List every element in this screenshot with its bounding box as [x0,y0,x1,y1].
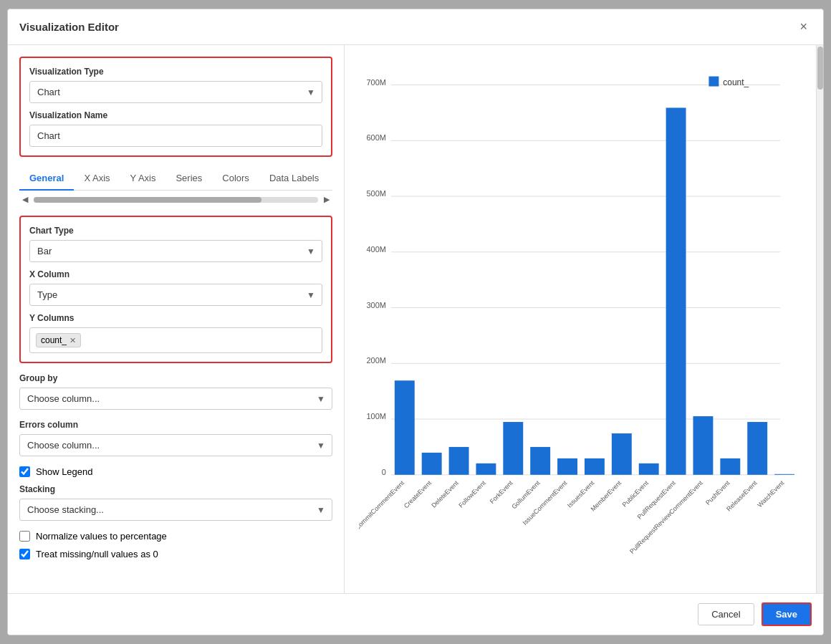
x-column-select-wrapper: Type ▼ [29,284,322,306]
svg-text:CreateEvent: CreateEvent [403,479,433,510]
svg-rect-22 [557,458,577,475]
normalize-checkbox[interactable] [19,531,30,542]
chart-type-select-wrapper: Bar ▼ [29,240,322,262]
show-legend-label: Show Legend [36,466,93,477]
svg-text:CommitCommentEvent: CommitCommentEvent [359,479,406,532]
chart-config-section: Chart Type Bar ▼ X Column Type ▼ [19,216,332,363]
svg-rect-19 [476,463,496,475]
treat-missing-row: Treat missing/null values as 0 [19,549,332,559]
stacking-label: Stacking [19,484,332,494]
group-by-section: Group by Choose column... ▼ [19,373,332,410]
svg-text:WatchEvent: WatchEvent [756,479,785,509]
cancel-button[interactable]: Cancel [698,603,754,625]
viz-type-name-section: Visualization Type Chart ▼ Visualization… [19,57,332,157]
save-button[interactable]: Save [762,602,812,626]
tab-general[interactable]: General [19,167,74,191]
scroll-indicator: ◀ ▶ [19,191,332,208]
normalize-row: Normalize values to percentage [19,531,332,542]
y-column-tag-label: count_ [41,335,67,345]
svg-rect-29 [747,422,767,475]
svg-rect-21 [530,447,550,475]
svg-text:ForkEvent: ForkEvent [489,479,514,505]
errors-column-select[interactable]: Choose column... [19,434,332,456]
tab-colors[interactable]: Colors [212,167,259,191]
svg-rect-28 [720,458,740,475]
modal-footer: Cancel Save [8,593,823,635]
svg-rect-18 [449,447,469,475]
svg-rect-20 [503,422,523,475]
scroll-left-icon[interactable]: ◀ [19,193,31,206]
tab-series[interactable]: Series [165,167,212,191]
chart-type-select[interactable]: Bar [29,240,322,262]
group-by-label: Group by [19,373,332,383]
svg-text:0: 0 [382,468,386,476]
svg-rect-26 [666,107,686,474]
stacking-section: Stacking Choose stacking... ▼ [19,484,332,521]
stacking-select-wrapper: Choose stacking... ▼ [19,499,332,521]
scroll-thumb [34,197,261,203]
treat-missing-label: Treat missing/null values as 0 [36,549,158,559]
errors-column-select-wrapper: Choose column... ▼ [19,434,332,456]
svg-text:300M: 300M [366,301,385,309]
errors-column-section: Errors column Choose column... ▼ [19,420,332,456]
viz-type-select-wrapper: Chart ▼ [29,81,322,103]
visualization-editor-modal: Visualization Editor × Visualization Typ… [7,9,824,635]
svg-rect-30 [774,474,794,475]
svg-text:600M: 600M [366,133,385,142]
viz-name-input[interactable] [29,125,322,147]
tabs-row: General X Axis Y Axis Series Colors Data… [19,167,332,191]
group-by-select[interactable]: Choose column... [19,388,332,410]
viz-name-label: Visualization Name [29,110,322,120]
svg-text:PushEvent: PushEvent [704,479,731,506]
right-panel: 0 100M 200M 300M 400M 500M 600M 700M [345,45,816,593]
svg-rect-25 [639,463,659,475]
errors-column-label: Errors column [19,420,332,430]
legend-label: count_ [723,77,749,87]
svg-rect-24 [612,433,632,475]
bar-chart-svg: 0 100M 200M 300M 400M 500M 600M 700M [359,59,802,579]
left-panel: Visualization Type Chart ▼ Visualization… [8,45,345,593]
svg-rect-16 [395,380,415,475]
chart-type-label: Chart Type [29,226,322,236]
svg-text:IssuesEvent: IssuesEvent [566,479,596,509]
scroll-track [34,197,318,203]
x-column-select[interactable]: Type [29,284,322,306]
modal-header: Visualization Editor × [8,9,823,45]
scrollbar-thumb[interactable] [817,47,823,90]
svg-text:700M: 700M [366,78,385,87]
svg-text:200M: 200M [366,356,385,365]
treat-missing-checkbox[interactable] [19,549,30,559]
svg-text:DeleteEvent: DeleteEvent [430,479,460,509]
svg-text:400M: 400M [366,245,385,254]
svg-text:IssueCommentEvent: IssueCommentEvent [522,479,569,527]
svg-rect-23 [585,458,605,475]
y-columns-area: count_ ✕ [29,327,322,353]
modal-body: Visualization Type Chart ▼ Visualization… [8,45,823,593]
svg-text:PublicEvent: PublicEvent [621,479,650,509]
modal-scrollbar [816,45,823,593]
svg-rect-46 [708,77,719,87]
svg-rect-27 [693,416,713,475]
y-column-tag-remove[interactable]: ✕ [69,336,76,345]
modal-overlay: Visualization Editor × Visualization Typ… [0,0,831,644]
viz-type-label: Visualization Type [29,67,322,77]
group-by-select-wrapper: Choose column... ▼ [19,388,332,410]
viz-type-select[interactable]: Chart [29,81,322,103]
svg-rect-17 [422,453,442,475]
tab-xaxis[interactable]: X Axis [74,167,120,191]
svg-text:FollowEvent: FollowEvent [457,479,487,509]
show-legend-checkbox[interactable] [19,466,30,477]
tab-yaxis[interactable]: Y Axis [120,167,166,191]
y-column-tag: count_ ✕ [36,333,81,347]
svg-text:100M: 100M [366,412,385,420]
x-column-label: X Column [29,269,322,279]
stacking-select[interactable]: Choose stacking... [19,499,332,521]
close-button[interactable]: × [795,18,812,36]
y-columns-label: Y Columns [29,313,322,323]
chart-area: 0 100M 200M 300M 400M 500M 600M 700M [359,59,802,579]
scroll-right-icon[interactable]: ▶ [321,193,332,206]
tab-data-labels[interactable]: Data Labels [259,167,329,191]
normalize-label: Normalize values to percentage [36,531,167,542]
show-legend-row: Show Legend [19,466,332,477]
svg-text:500M: 500M [366,189,385,198]
